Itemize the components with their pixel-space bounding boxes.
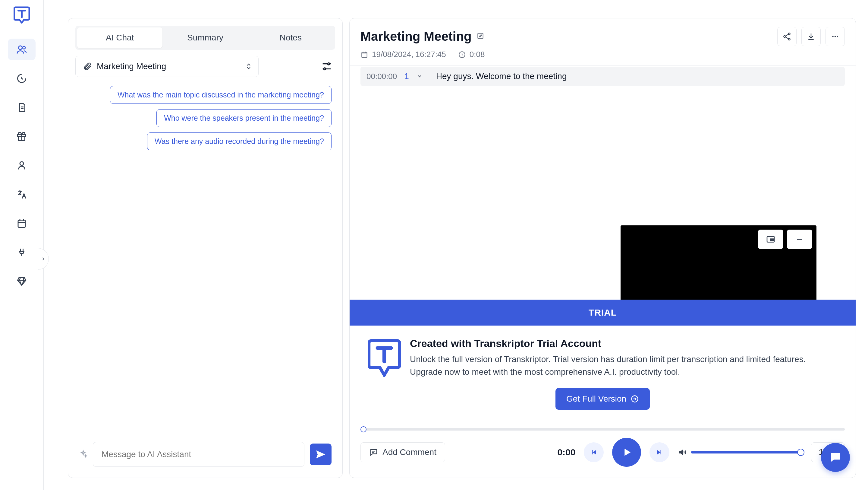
attachment-icon xyxy=(83,62,92,71)
svg-point-5 xyxy=(20,162,24,165)
chat-icon xyxy=(829,451,842,464)
svg-point-0 xyxy=(19,46,22,50)
add-comment-button[interactable]: Add Comment xyxy=(361,442,445,462)
more-horizontal-icon xyxy=(831,32,840,41)
picture-in-picture-button[interactable] xyxy=(758,230,783,249)
suggestion-chip[interactable]: Was there any audio recorded during the … xyxy=(147,133,332,150)
more-button[interactable] xyxy=(826,27,845,46)
svg-point-8 xyxy=(324,68,326,70)
comment-icon xyxy=(369,448,378,457)
video-preview[interactable] xyxy=(621,225,816,299)
main-content: AI Chat Summary Notes Marketing Meeting … xyxy=(44,0,868,490)
svg-rect-6 xyxy=(18,220,25,228)
trial-logo xyxy=(368,338,401,377)
pip-icon xyxy=(766,234,775,244)
trial-heading: Created with Transkriptor Trial Account xyxy=(410,338,838,349)
nav-language[interactable] xyxy=(8,183,36,205)
svg-point-1 xyxy=(23,47,25,49)
suggestion-chip[interactable]: Who were the speakers present in the mee… xyxy=(156,109,332,127)
selector-row: Marketing Meeting xyxy=(75,56,335,77)
composer-input[interactable] xyxy=(93,442,304,467)
clock-icon xyxy=(458,51,466,59)
share-button[interactable] xyxy=(777,27,797,46)
pencil-icon xyxy=(476,32,484,40)
page-title: Marketing Meeting xyxy=(361,29,472,44)
sidebar xyxy=(0,0,44,490)
app-logo[interactable] xyxy=(13,6,30,24)
skip-forward-icon xyxy=(655,448,664,457)
previous-button[interactable] xyxy=(584,442,604,462)
trial-body: Created with Transkriptor Trial Account … xyxy=(350,325,856,422)
nav-list xyxy=(8,39,36,292)
nav-documents[interactable] xyxy=(8,96,36,118)
play-button[interactable] xyxy=(612,438,641,467)
tab-bar: AI Chat Summary Notes xyxy=(75,26,335,50)
meta-duration: 0:08 xyxy=(458,50,485,59)
timestamp: 00:00:00 xyxy=(367,72,397,81)
tab-ai-chat[interactable]: AI Chat xyxy=(77,27,162,48)
nav-team[interactable] xyxy=(8,39,36,60)
calendar-icon xyxy=(361,51,368,59)
nav-premium[interactable] xyxy=(8,270,36,292)
volume-icon[interactable] xyxy=(678,448,687,457)
skip-back-icon xyxy=(590,448,598,457)
send-button[interactable] xyxy=(310,443,332,465)
suggestion-chips: What was the main topic discussed in the… xyxy=(75,86,335,150)
get-full-version-button[interactable]: Get Full Version xyxy=(555,388,650,410)
download-button[interactable] xyxy=(801,27,821,46)
trial-description: Unlock the full version of Transkriptor.… xyxy=(410,353,838,378)
transcript-panel: Marketing Meeting 19/08/2024, 16:27:45 xyxy=(349,18,856,478)
play-icon xyxy=(621,446,632,458)
trial-cta-label: Get Full Version xyxy=(566,394,626,404)
nav-activity[interactable] xyxy=(8,67,36,89)
panel-header: Marketing Meeting 19/08/2024, 16:27:45 xyxy=(350,19,856,65)
nav-integration[interactable] xyxy=(8,241,36,263)
edit-title-button[interactable] xyxy=(476,32,484,41)
player: Add Comment 0:00 1x xyxy=(350,422,856,478)
next-button[interactable] xyxy=(650,442,670,462)
date-value: 19/08/2024, 16:27:45 xyxy=(372,50,446,59)
sliders-icon xyxy=(321,60,333,73)
svg-point-15 xyxy=(837,36,838,37)
svg-point-7 xyxy=(328,63,330,65)
meeting-selector[interactable]: Marketing Meeting xyxy=(75,56,258,77)
transcript-text: Hey guys. Welcome to the meeting xyxy=(436,71,567,81)
speaker-label[interactable]: 1 xyxy=(404,71,409,81)
nav-gift[interactable] xyxy=(8,125,36,147)
volume-thumb[interactable] xyxy=(797,449,804,456)
chat-bubble-button[interactable] xyxy=(821,443,850,472)
suggestion-chip[interactable]: What was the main topic discussed in the… xyxy=(110,86,332,104)
minus-icon xyxy=(795,234,804,244)
svg-point-13 xyxy=(832,36,834,37)
chevron-down-icon[interactable] xyxy=(416,73,423,80)
trial-banner: TRIAL xyxy=(350,299,856,325)
progress-thumb[interactable] xyxy=(361,426,367,432)
arrow-right-circle-icon xyxy=(630,395,639,403)
player-time: 0:00 xyxy=(557,447,575,457)
transcript-body: 00:00:00 1 Hey guys. Welcome to the meet… xyxy=(350,65,856,299)
tab-summary[interactable]: Summary xyxy=(162,27,248,48)
nav-user[interactable] xyxy=(8,154,36,176)
svg-point-14 xyxy=(835,36,836,37)
tab-notes[interactable]: Notes xyxy=(248,27,333,48)
svg-rect-9 xyxy=(478,33,483,38)
send-icon xyxy=(315,449,327,460)
share-icon xyxy=(782,32,792,41)
selector-label: Marketing Meeting xyxy=(97,62,241,71)
transcript-line[interactable]: 00:00:00 1 Hey guys. Welcome to the meet… xyxy=(361,67,845,86)
progress-bar[interactable] xyxy=(361,428,845,431)
composer xyxy=(75,438,335,470)
duration-value: 0:08 xyxy=(470,50,485,59)
add-comment-label: Add Comment xyxy=(382,448,436,457)
svg-rect-16 xyxy=(362,52,367,57)
ai-panel: AI Chat Summary Notes Marketing Meeting … xyxy=(68,18,343,478)
download-icon xyxy=(807,32,815,41)
meta-date: 19/08/2024, 16:27:45 xyxy=(361,50,446,59)
sparkle-icon xyxy=(79,450,87,459)
volume-slider[interactable] xyxy=(691,451,803,454)
chevron-up-down-icon xyxy=(246,63,251,69)
minimize-video-button[interactable] xyxy=(787,230,812,249)
filter-settings-button[interactable] xyxy=(318,58,335,75)
volume-control xyxy=(678,448,803,457)
nav-calendar[interactable] xyxy=(8,212,36,234)
